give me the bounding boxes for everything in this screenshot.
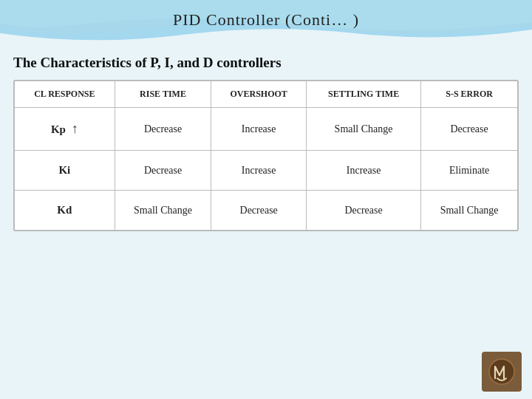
logo-icon — [488, 358, 516, 386]
table-header-row: CL RESPONSE RISE TIME OVERSHOOT SETTLING… — [15, 81, 518, 108]
col-header-cl-response: CL RESPONSE — [15, 81, 115, 108]
characteristics-table: CL RESPONSE RISE TIME OVERSHOOT SETTLING… — [14, 81, 518, 231]
cell-ki-rise-time: Decrease — [115, 151, 211, 191]
characteristics-table-container: CL RESPONSE RISE TIME OVERSHOOT SETTLING… — [13, 80, 519, 231]
cell-kd-settling-time: Decrease — [306, 191, 420, 231]
col-header-ss-error: S-S ERROR — [421, 81, 518, 108]
cell-kp-label: Kp — [15, 108, 115, 151]
page-title: PID Controller (Conti… ) — [0, 0, 532, 35]
col-header-settling-time: SETTLING TIME — [306, 81, 420, 108]
cell-kd-rise-time: Small Change — [115, 191, 211, 231]
cell-kd-overshoot: Decrease — [211, 191, 307, 231]
cell-ki-overshoot: Increase — [211, 151, 307, 191]
cell-kp-rise-time: Decrease — [115, 108, 211, 151]
cell-kp-overshoot: Increase — [211, 108, 307, 151]
university-logo — [482, 352, 522, 392]
kp-up-arrow-icon — [72, 121, 78, 137]
cell-ki-ss-error: Eliminate — [421, 151, 518, 191]
col-header-rise-time: RISE TIME — [115, 81, 211, 108]
cell-kd-label: Kd — [15, 191, 115, 231]
cell-ki-settling-time: Increase — [306, 151, 420, 191]
table-row-kd: Kd Small Change Decrease Decrease Small … — [15, 191, 518, 231]
cell-kp-ss-error: Decrease — [421, 108, 518, 151]
cell-ki-label: Ki — [15, 151, 115, 191]
table-row-kp: Kp Decrease Increase Small Change Decrea… — [15, 108, 518, 151]
content-area: The Characteristics of P, I, and D contr… — [0, 43, 532, 399]
cell-kp-settling-time: Small Change — [306, 108, 420, 151]
table-row-ki: Ki Decrease Increase Increase Eliminate — [15, 151, 518, 191]
section-title: The Characteristics of P, I, and D contr… — [13, 55, 519, 71]
cell-kd-ss-error: Small Change — [421, 191, 518, 231]
col-header-overshoot: OVERSHOOT — [211, 81, 307, 108]
